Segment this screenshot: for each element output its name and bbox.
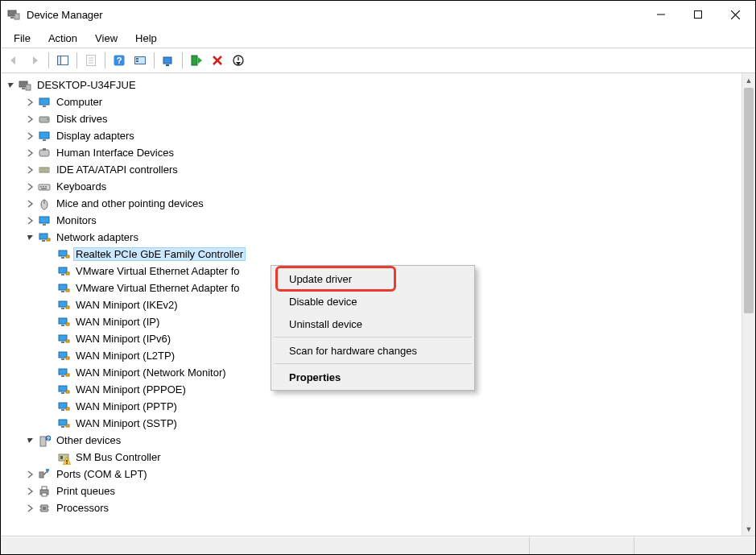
tree-category[interactable]: Processors	[1, 499, 742, 516]
ctx-scan-hardware[interactable]: Scan for hardware changes	[273, 339, 473, 362]
enable-device-button[interactable]	[187, 51, 206, 70]
tree-category-label: Processors	[54, 501, 111, 515]
disable-device-button[interactable]	[229, 51, 248, 70]
tree-device-label: WAN Miniport (PPPOE)	[73, 383, 188, 396]
tree-root[interactable]: DESKTOP-U34FJUE	[1, 77, 742, 93]
svg-point-31	[47, 118, 48, 120]
chevron-right-icon[interactable]	[25, 469, 36, 480]
tree-device[interactable]: WAN Miniport (SSTP)	[1, 415, 742, 432]
menu-help[interactable]: Help	[127, 30, 165, 47]
chevron-right-icon[interactable]	[25, 486, 36, 497]
chevron-right-icon[interactable]	[25, 503, 36, 514]
back-button[interactable]	[4, 51, 23, 70]
scan-hardware-button[interactable]	[130, 51, 150, 70]
tree-category[interactable]: IDE ATA/ATAPI controllers	[1, 161, 742, 178]
tree-device[interactable]: Realtek PCIe GbE Family Controller	[1, 246, 742, 263]
tree-device[interactable]: !SM Bus Controller	[1, 449, 742, 466]
tree-category-label: Keyboards	[54, 180, 109, 193]
ctx-uninstall-device[interactable]: Uninstall device	[273, 313, 473, 335]
window-buttons	[642, 2, 754, 27]
pci-warning-icon: !	[57, 451, 70, 464]
tree-category-label: IDE ATA/ATAPI controllers	[54, 163, 180, 176]
tree-category[interactable]: Ports (COM & LPT)	[1, 466, 742, 483]
chevron-right-icon[interactable]	[25, 114, 36, 125]
hid-icon	[38, 147, 51, 159]
svg-rect-26	[22, 88, 25, 89]
network-icon	[38, 231, 51, 244]
svg-text:?: ?	[117, 56, 122, 65]
menu-view[interactable]: View	[87, 30, 126, 47]
tree-category[interactable]: Display adapters	[1, 127, 742, 144]
update-driver-button[interactable]	[159, 51, 178, 70]
keyboard-icon	[38, 180, 51, 193]
show-hide-tree-button[interactable]	[53, 51, 72, 70]
svg-text:!: !	[66, 458, 68, 465]
status-cell	[634, 536, 755, 554]
printer-icon	[38, 485, 51, 498]
chevron-down-icon[interactable]	[25, 435, 36, 446]
help-button[interactable]: ?	[109, 51, 129, 70]
scroll-thumb[interactable]	[744, 88, 754, 313]
tree-category[interactable]: Human Interface Devices	[1, 144, 742, 161]
app-icon	[7, 8, 20, 21]
uninstall-device-button[interactable]	[208, 51, 227, 70]
svg-rect-73	[61, 358, 64, 360]
tree-category[interactable]: Print queues	[1, 483, 742, 499]
tree-device[interactable]: WAN Miniport (PPTP)	[1, 398, 742, 415]
chevron-right-icon[interactable]	[25, 97, 36, 108]
vertical-scrollbar[interactable]: ▲ ▼	[742, 73, 755, 536]
chevron-down-icon[interactable]	[25, 232, 36, 243]
computer-icon	[19, 79, 31, 92]
status-cell	[530, 536, 634, 554]
chevron-down-icon[interactable]	[6, 80, 17, 91]
forward-button[interactable]	[25, 51, 44, 70]
disk-icon	[38, 113, 51, 126]
maximize-button[interactable]	[680, 2, 717, 27]
status-cell	[1, 536, 530, 554]
tree-category[interactable]: Monitors	[1, 212, 742, 229]
network-icon	[57, 265, 70, 278]
ctx-disable-device[interactable]: Disable device	[273, 290, 473, 313]
svg-rect-33	[43, 139, 46, 141]
tree-category-other[interactable]: ?Other devices	[1, 432, 742, 449]
menu-action[interactable]: Action	[40, 30, 85, 47]
ctx-update-driver[interactable]: Update driver	[273, 267, 473, 290]
tree-category-label: Mice and other pointing devices	[54, 197, 206, 210]
tree-device-label: WAN Miniport (IKEv2)	[73, 298, 180, 312]
tree-category[interactable]: Keyboards	[1, 178, 742, 195]
svg-rect-53	[47, 238, 50, 241]
chevron-right-icon[interactable]	[25, 130, 36, 142]
network-icon	[57, 367, 70, 379]
chevron-right-icon[interactable]	[25, 147, 36, 159]
svg-rect-86	[66, 425, 69, 427]
minimize-button[interactable]	[642, 2, 680, 27]
network-icon	[57, 282, 70, 295]
toolbar-separator	[154, 52, 155, 68]
chevron-right-icon[interactable]	[25, 215, 36, 226]
scroll-up-icon[interactable]: ▲	[742, 73, 755, 87]
ctx-properties[interactable]: Properties	[273, 366, 473, 388]
chevron-right-icon[interactable]	[25, 164, 36, 176]
svg-rect-35	[43, 148, 46, 151]
svg-rect-34	[39, 150, 49, 156]
tree-category[interactable]: Computer	[1, 93, 742, 110]
svg-rect-74	[66, 357, 69, 359]
chevron-right-icon[interactable]	[25, 198, 36, 209]
svg-rect-52	[42, 240, 45, 242]
tree-category-label: Human Interface Devices	[54, 146, 176, 159]
svg-rect-79	[61, 392, 64, 394]
mouse-icon	[38, 197, 51, 210]
menu-file[interactable]: File	[6, 30, 39, 47]
tree-category-network[interactable]: Network adapters	[1, 229, 742, 246]
svg-rect-2	[14, 14, 19, 19]
close-button[interactable]	[717, 2, 754, 27]
tree-device-label: WAN Miniport (IP)	[73, 315, 162, 329]
tree-category[interactable]: Mice and other pointing devices	[1, 195, 742, 212]
properties-button[interactable]	[81, 51, 101, 70]
tree-category[interactable]: Disk drives	[1, 110, 742, 127]
svg-rect-80	[66, 391, 69, 393]
scroll-down-icon[interactable]: ▼	[742, 522, 755, 536]
monitor-icon	[38, 96, 51, 109]
chevron-right-icon[interactable]	[25, 181, 36, 193]
svg-rect-100	[43, 507, 46, 510]
